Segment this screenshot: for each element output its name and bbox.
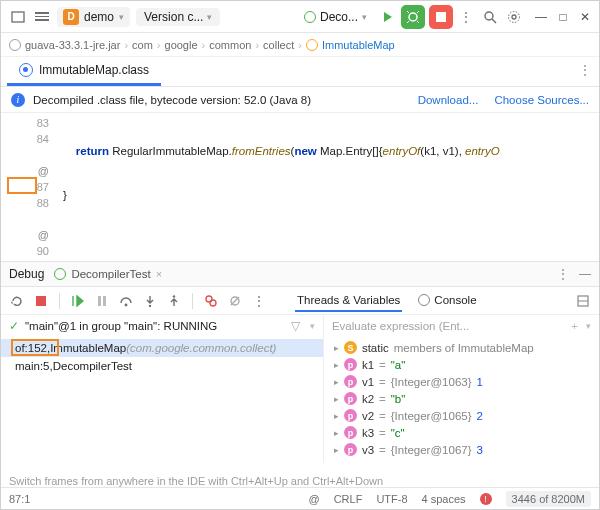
tab-immutablemap[interactable]: ImmutableMap.class <box>7 57 161 86</box>
stack-frame[interactable]: of:152, ImmutableMap (com.google.common.… <box>1 339 323 357</box>
project-letter-icon: D <box>63 9 79 25</box>
svg-line-3 <box>417 11 419 13</box>
frame-list[interactable]: of:152, ImmutableMap (com.google.common.… <box>1 337 323 377</box>
hamburger-icon[interactable] <box>33 8 51 26</box>
stop-button[interactable] <box>429 5 453 29</box>
error-badge-icon[interactable]: ! <box>480 493 492 505</box>
step-into-icon[interactable] <box>140 291 160 311</box>
param-badge-icon: p <box>344 375 357 388</box>
status-bar: 87:1 @ CRLF UTF-8 4 spaces ! 3446 of 820… <box>1 487 599 509</box>
variables-panel: Evaluate expression (Ent... + ▾ ▸Sstatic… <box>324 315 599 463</box>
indent-widget[interactable]: 4 spaces <box>422 493 466 505</box>
stack-frame[interactable]: main:5, DecompilerTest <box>1 357 323 375</box>
more-run-icon[interactable]: ⋮ <box>457 8 475 26</box>
svg-line-2 <box>407 11 409 13</box>
svg-point-10 <box>509 11 520 22</box>
project-name: demo <box>84 10 114 24</box>
project-tool-icon[interactable] <box>9 8 27 26</box>
decompile-banner: i Decompiled .class file, bytecode versi… <box>1 87 599 113</box>
debug-more-actions-icon[interactable]: ⋮ <box>249 291 269 311</box>
svg-rect-11 <box>36 296 46 306</box>
breakpoints-icon[interactable] <box>201 291 221 311</box>
run-config-selector[interactable]: Deco... ▾ <box>298 8 373 26</box>
step-over-icon[interactable] <box>116 291 136 311</box>
param-badge-icon: p <box>344 426 357 439</box>
debug-more-icon[interactable]: ⋮ <box>557 267 569 281</box>
variable-list[interactable]: ▸Sstatic members of ImmutableMap ▸pk1 = … <box>324 337 599 460</box>
svg-point-16 <box>173 295 175 297</box>
svg-point-14 <box>125 303 128 306</box>
code-editor[interactable]: 83 84 @ 87 88 @ 90 return RegularImmutab… <box>1 113 599 261</box>
filter-icon[interactable]: ▽ <box>291 319 300 333</box>
choose-sources-link[interactable]: Choose Sources... <box>494 94 589 106</box>
annotation-icon[interactable]: @ <box>309 493 320 505</box>
param-badge-icon: p <box>344 358 357 371</box>
console-tab[interactable]: Console <box>416 290 478 312</box>
param-badge-icon: p <box>344 409 357 422</box>
variable-row[interactable]: ▸pv3 = {Integer@1067} 3 <box>328 441 595 458</box>
close-window-button[interactable]: ✕ <box>579 11 591 23</box>
resume-icon[interactable] <box>68 291 88 311</box>
svg-rect-0 <box>12 12 24 22</box>
svg-line-4 <box>407 21 409 23</box>
caret-position[interactable]: 87:1 <box>9 493 30 505</box>
download-link[interactable]: Download... <box>418 94 479 106</box>
variable-row[interactable]: ▸Sstatic members of ImmutableMap <box>328 339 595 356</box>
gutter: 83 84 @ 87 88 @ 90 <box>1 113 59 261</box>
memory-indicator[interactable]: 3446 of 8200M <box>506 491 591 507</box>
run-icon[interactable] <box>379 8 397 26</box>
jar-icon <box>9 39 21 51</box>
thread-selector[interactable]: ✓ "main"@1 in group "main": RUNNING ▽ ▾ <box>1 315 323 337</box>
tip-text: Switch frames from anywhere in the IDE w… <box>9 475 383 487</box>
variable-row[interactable]: ▸pk3 = "c" <box>328 424 595 441</box>
tab-more-icon[interactable]: ⋮ <box>579 63 591 77</box>
svg-point-7 <box>485 12 493 20</box>
minimize-button[interactable]: ― <box>535 11 547 23</box>
search-icon[interactable] <box>481 8 499 26</box>
line-sep-widget[interactable]: CRLF <box>334 493 363 505</box>
gutter-highlight <box>7 177 37 194</box>
class-icon <box>19 63 33 77</box>
step-out-icon[interactable] <box>164 291 184 311</box>
rerun-icon[interactable] <box>7 291 27 311</box>
maximize-button[interactable]: □ <box>557 11 569 23</box>
svg-line-5 <box>417 21 419 23</box>
pause-icon[interactable] <box>92 291 112 311</box>
minimize-tool-icon[interactable]: ― <box>579 267 591 281</box>
variable-row[interactable]: ▸pk2 = "b" <box>328 390 595 407</box>
stop-debug-icon[interactable] <box>31 291 51 311</box>
debug-toolbar: ⋮ Threads & Variables Console <box>1 287 599 315</box>
encoding-widget[interactable]: UTF-8 <box>376 493 407 505</box>
code-area[interactable]: return RegularImmutableMap.fromEntries(n… <box>59 113 599 261</box>
static-badge-icon: S <box>344 341 357 354</box>
vars-dropdown-icon[interactable]: ▾ <box>586 321 591 331</box>
param-badge-icon: p <box>344 443 357 456</box>
debug-session-tab[interactable]: DecompilerTest × <box>54 268 162 280</box>
project-selector[interactable]: D demo ▾ <box>57 7 130 27</box>
main-toolbar: D demo ▾ Version c... ▾ Deco... ▾ ⋮ ― □ … <box>1 1 599 33</box>
banner-text: Decompiled .class file, bytecode version… <box>33 94 311 106</box>
close-session-icon[interactable]: × <box>156 268 162 280</box>
variable-row[interactable]: ▸pk1 = "a" <box>328 356 595 373</box>
mute-breakpoints-icon[interactable] <box>225 291 245 311</box>
debug-button[interactable] <box>401 5 425 29</box>
svg-line-8 <box>492 19 496 23</box>
svg-point-1 <box>409 13 417 21</box>
threads-tab[interactable]: Threads & Variables <box>295 290 402 312</box>
variable-row[interactable]: ▸pv2 = {Integer@1065} 2 <box>328 407 595 424</box>
debug-title: Debug <box>9 267 44 281</box>
variable-row[interactable]: ▸pv1 = {Integer@1063} 1 <box>328 373 595 390</box>
add-watch-icon[interactable]: + <box>571 320 578 332</box>
evaluate-input[interactable]: Evaluate expression (Ent... <box>332 320 563 332</box>
debug-body: ✓ "main"@1 in group "main": RUNNING ▽ ▾ … <box>1 315 599 463</box>
svg-rect-13 <box>103 296 106 306</box>
thread-dropdown-icon[interactable]: ▾ <box>310 321 315 331</box>
breadcrumb[interactable]: guava-33.3.1-jre.jar› com› google› commo… <box>1 33 599 57</box>
editor-tabs: ImmutableMap.class ⋮ <box>1 57 599 87</box>
vcs-widget[interactable]: Version c... ▾ <box>136 8 220 26</box>
layout-icon[interactable] <box>573 291 593 311</box>
info-icon: i <box>11 93 25 107</box>
svg-point-18 <box>210 300 216 306</box>
gear-icon[interactable] <box>505 8 523 26</box>
param-badge-icon: p <box>344 392 357 405</box>
